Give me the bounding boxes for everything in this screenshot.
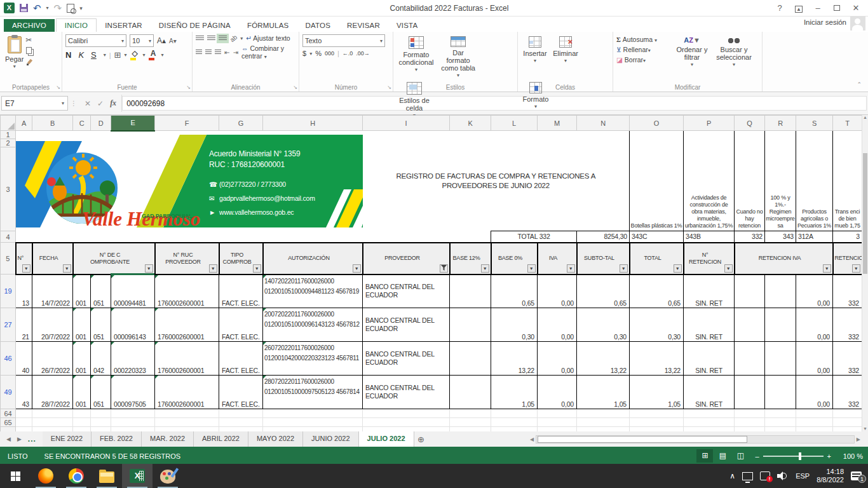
cell-retencion-iva[interactable]: 0,00 [796,376,833,409]
tab-datos[interactable]: DATOS [297,19,339,32]
filter-dropdown-icon[interactable]: ▼ [823,264,831,273]
sign-in-link[interactable]: Iniciar sesión [804,18,846,26]
cell-empty[interactable] [735,308,765,342]
cell-serie2[interactable]: 051 [91,376,111,409]
formula-bar-splitter[interactable]: ⋮ [71,100,77,107]
cell-ruc[interactable]: 1760002600001 [155,376,219,409]
sheet-tab-mar[interactable]: MAR. 2022 [142,431,194,447]
cell-subtotal[interactable]: 0,30 [577,308,630,342]
column-header-D[interactable]: D [91,116,111,131]
cell-ruc[interactable]: 1760002600001 [155,342,219,376]
sheet-tab-julio[interactable]: JULIO 2022 [359,431,414,447]
row-header-4[interactable]: 4 [1,231,16,243]
tab-inicio[interactable]: INICIO [56,18,97,32]
zoom-slider[interactable]: – + [755,452,831,460]
filter-dropdown-icon[interactable]: ▼ [567,264,575,273]
cell-empty[interactable] [735,376,765,409]
collapse-ribbon-icon[interactable]: ⌃ [857,81,862,88]
cell-retencion-iva[interactable]: 0,00 [796,274,833,308]
find-select-button[interactable]: Buscar y seleccionar▾ [712,34,756,80]
new-sheet-icon[interactable]: ⊕ [414,431,428,447]
horizontal-scrollbar-thumb[interactable] [538,436,747,443]
column-header-C[interactable]: C [73,116,91,131]
formula-input[interactable]: 000092698 [122,96,867,111]
tab-archivo[interactable]: ARCHIVO [4,19,55,32]
total-343c-cell[interactable]: 343C [630,231,684,243]
save-icon[interactable] [20,4,28,12]
cell-tipo[interactable]: FACT. ELEC. [219,376,263,409]
total-312a-cell[interactable]: 312A [796,231,833,243]
cell-autorizacion[interactable]: 260720220117600026000 012001042000220323… [263,342,363,376]
header-ruc[interactable]: N° RUC PROVEEDOR▼ [155,243,219,274]
insert-cells-button[interactable]: Insertar▾ [521,34,549,80]
row-header-1[interactable]: 1 [1,131,16,139]
sheet-more-tabs[interactable]: ... [28,435,36,444]
total-343b-cell[interactable]: 343B [684,231,735,243]
header-retencion-iva[interactable]: RETENCION IVA▼ [735,243,833,274]
minimize-icon[interactable]: – [810,2,826,15]
delete-cells-button[interactable]: × Eliminar▾ [551,34,580,80]
fill-button[interactable]: ⊻ Rellenar▾ [616,46,672,53]
excel-logo-icon[interactable]: X [4,3,15,13]
tab-vista[interactable]: VISTA [388,19,426,32]
cell-empty[interactable] [765,274,796,308]
filter-dropdown-icon[interactable]: ▼ [620,264,628,273]
align-middle-icon[interactable] [207,36,215,41]
taskbar-file-explorer[interactable] [92,464,122,488]
report-title-cell[interactable]: REGISTRO DE FACTURAS DE COMPRA Y RETENCI… [363,131,630,231]
row-header-65[interactable]: 65 [1,418,16,427]
name-box[interactable]: E7▾ [1,96,68,111]
decrease-decimal-icon[interactable]: .00→ [356,50,370,57]
underline-dropdown-icon[interactable]: ▾ [104,52,106,58]
merge-center-button[interactable]: ⇔ Combinar y centrar ▾ [241,44,295,60]
row-header-49[interactable]: 49 [1,376,16,409]
header-autorizacion[interactable]: AUTORIZACIÓN▼ [263,243,363,274]
cell-fecha[interactable]: 14/7/2022 [32,274,73,308]
cell-n[interactable]: 43 [16,376,32,409]
filter-dropdown-icon[interactable]: ▼ [209,264,217,273]
cell-total[interactable]: 13,22 [630,342,684,376]
cell-fecha[interactable]: 26/7/2022 [32,342,73,376]
cell-base0[interactable]: 1,05 [491,376,538,409]
insert-function-icon[interactable]: fx [110,98,116,108]
cell-subtotal[interactable]: 13,22 [577,342,630,376]
cell-num-retencion[interactable]: SIN. RET [684,308,735,342]
tab-insertar[interactable]: INSERTAR [97,19,151,32]
sheet-next-icon[interactable]: ▶ [17,436,22,442]
number-dialog-launcher-icon[interactable]: ↘ [387,85,391,90]
fill-color-icon[interactable]: ◇ [130,50,140,60]
format-as-table-button[interactable]: Dar formato como tabla▾ [438,34,478,80]
column-header-N[interactable]: N [577,116,630,131]
borders-icon[interactable]: ⊞ [114,50,121,60]
column-header-O[interactable]: O [630,116,684,131]
cell-n[interactable]: 13 [16,274,32,308]
cell-empty[interactable] [735,342,765,376]
customize-qat-icon[interactable]: ▾ [79,5,83,11]
filter-active-funnel-icon[interactable] [440,264,448,273]
filter-dropdown-icon[interactable]: ▼ [481,264,489,273]
user-avatar[interactable] [850,17,865,30]
column-header-Q[interactable]: Q [735,116,765,131]
total-332-cell[interactable]: 332 [735,231,765,243]
cell-total[interactable]: 0,30 [630,308,684,342]
column-header-T[interactable]: T [833,116,862,131]
total-343-cell[interactable]: 343 [765,231,796,243]
cell-serie2[interactable]: 042 [91,342,111,376]
cell-serie1[interactable]: 001 [73,274,91,308]
cell-retencion-t[interactable]: 332 [833,308,862,342]
row-header-46[interactable]: 46 [1,342,16,376]
language-indicator[interactable]: ESP [796,472,810,480]
tall-header-transferencia[interactable]: Trans enci de bien mueb 1,75 [833,131,862,231]
cell-base12[interactable] [450,342,491,376]
ribbon-display-options-icon[interactable]: ▲ [790,2,807,15]
cell-num-retencion[interactable]: SIN. RET [684,274,735,308]
filter-dropdown-icon[interactable]: ▼ [253,264,261,273]
sheet-tab-mayo[interactable]: MAYO 2022 [248,431,303,447]
cell-empty[interactable] [735,274,765,308]
undo-icon[interactable]: ↶ [33,4,41,13]
wrap-text-button[interactable]: ↵ Ajustar texto [246,34,290,42]
cell-retencion-iva[interactable]: 0,00 [796,308,833,342]
filter-dropdown-icon[interactable]: ▼ [145,264,153,273]
column-header-B[interactable]: B [32,116,73,131]
thousands-format-icon[interactable]: 000 [325,50,334,57]
